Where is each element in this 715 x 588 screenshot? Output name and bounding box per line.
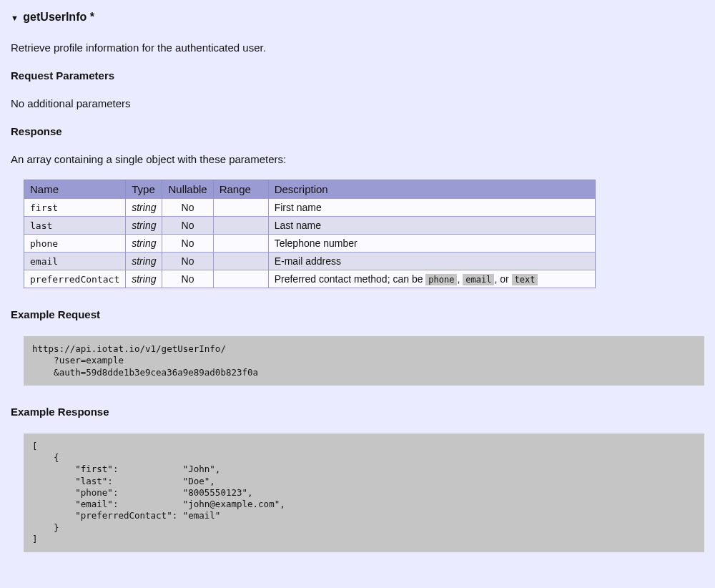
request-params-heading: Request Parameters [11, 69, 704, 82]
example-request-heading: Example Request [11, 308, 704, 320]
request-params-note: No additional parameters [11, 97, 704, 109]
cell-range [214, 234, 269, 252]
table-row: phonestringNoTelephone number [24, 234, 595, 252]
cell-nullable: No [162, 216, 213, 234]
cell-type: string [126, 234, 162, 252]
col-range: Range [214, 180, 269, 198]
cell-name: phone [24, 234, 126, 252]
col-description: Description [269, 180, 595, 198]
cell-type: string [126, 252, 162, 270]
inline-code: email [463, 274, 494, 285]
table-row: firststringNoFirst name [24, 198, 595, 216]
table-row: preferredContactstringNoPreferred contac… [24, 270, 595, 288]
cell-nullable: No [162, 270, 213, 288]
cell-range [214, 216, 269, 234]
cell-type: string [126, 198, 162, 216]
cell-type: string [126, 216, 162, 234]
cell-name: email [24, 252, 126, 270]
cell-description: Telephone number [269, 234, 595, 252]
cell-name: first [24, 198, 126, 216]
cell-type: string [126, 270, 162, 288]
cell-description: Last name [269, 216, 595, 234]
method-description: Retrieve profile information for the aut… [11, 41, 704, 54]
method-title-text: getUserInfo * [23, 11, 94, 23]
response-params-table: Name Type Nullable Range Description fir… [24, 180, 596, 288]
example-response-heading: Example Response [11, 406, 704, 418]
cell-description: Preferred contact method; can be phone, … [269, 270, 595, 288]
cell-description: First name [269, 198, 595, 216]
cell-range [214, 252, 269, 270]
response-heading: Response [11, 125, 704, 137]
response-note: An array containing a single object with… [11, 153, 704, 165]
cell-range [214, 270, 269, 288]
table-header-row: Name Type Nullable Range Description [24, 180, 595, 198]
method-header[interactable]: ▼ getUserInfo * [11, 11, 704, 24]
cell-range [214, 198, 269, 216]
example-request-code: https://api.iotat.io/v1/getUserInfo/ ?us… [24, 336, 704, 386]
table-row: laststringNoLast name [24, 216, 595, 234]
example-response-code: [ { "first": "John", "last": "Doe", "pho… [24, 433, 704, 552]
cell-name: last [24, 216, 126, 234]
col-name: Name [24, 180, 126, 198]
cell-nullable: No [162, 198, 213, 216]
table-row: emailstringNoE-mail address [24, 252, 595, 270]
cell-name: preferredContact [24, 270, 126, 288]
cell-description: E-mail address [269, 252, 595, 270]
caret-down-icon: ▼ [11, 14, 19, 22]
cell-nullable: No [162, 234, 213, 252]
inline-code: text [512, 274, 538, 285]
col-type: Type [126, 180, 162, 198]
col-nullable: Nullable [162, 180, 213, 198]
inline-code: phone [425, 274, 457, 285]
cell-nullable: No [162, 252, 213, 270]
